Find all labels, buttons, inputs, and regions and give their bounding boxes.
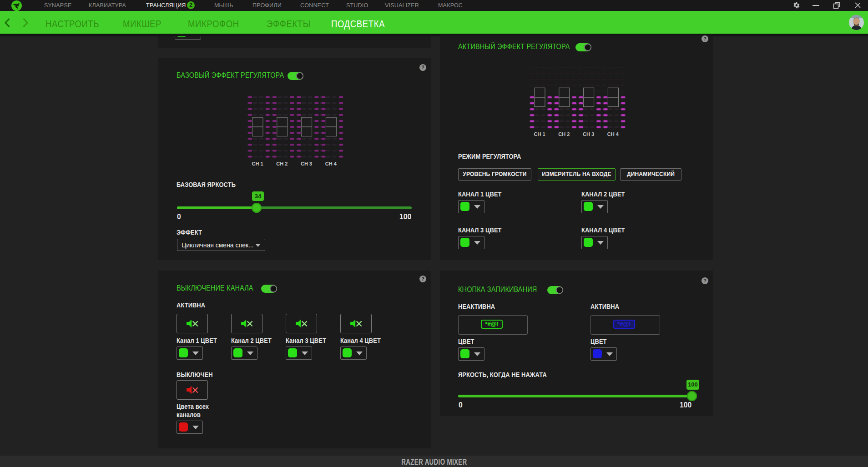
svg-text:CH 1: CH 1: [252, 161, 263, 166]
svg-text:CH 4: CH 4: [607, 131, 619, 137]
svg-text:CH 2: CH 2: [276, 161, 288, 166]
svg-text:CH 4: CH 4: [325, 161, 337, 166]
svg-text:CH 3: CH 3: [583, 131, 594, 137]
svg-text:CH 2: CH 2: [558, 131, 570, 137]
svg-text:CH 3: CH 3: [301, 161, 312, 166]
svg-text:CH 1: CH 1: [534, 131, 545, 137]
